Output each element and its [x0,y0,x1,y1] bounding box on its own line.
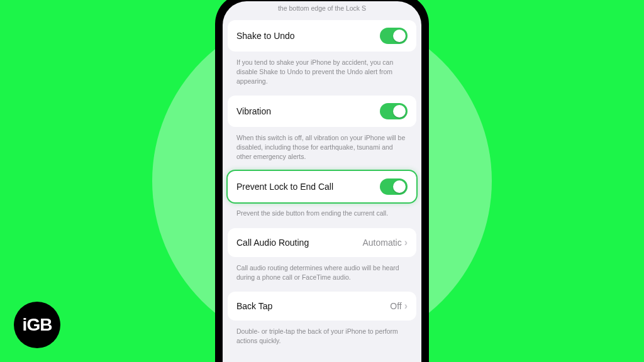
row-label: Call Audio Routing [236,238,309,248]
igb-logo: iGB [14,302,60,348]
settings-list: the bottom edge of the Lock S Shake to U… [228,4,416,352]
iphone-screen: the bottom edge of the Lock S Shake to U… [223,1,421,362]
row-caption: When this switch is off, all vibration o… [228,131,416,167]
row-shake-to-undo[interactable]: Shake to Undo [228,20,416,52]
value-text: Automatic [362,238,401,248]
chevron-right-icon: › [404,238,408,248]
row-caption: Double- or triple-tap the back of your i… [228,324,416,351]
row-value: Automatic › [362,238,408,248]
truncated-prev-caption: the bottom edge of the Lock S [228,4,416,16]
row-caption: If you tend to shake your iPhone by acci… [228,55,416,92]
row-vibration[interactable]: Vibration [228,96,416,127]
row-call-audio-routing[interactable]: Call Audio Routing Automatic › [228,228,416,257]
toggle-switch[interactable] [380,103,408,119]
row-label: Back Tap [236,301,272,311]
row-caption: Prevent the side button from ending the … [228,206,416,224]
chevron-right-icon: › [404,301,408,311]
toggle-switch[interactable] [380,178,408,195]
row-label: Prevent Lock to End Call [236,182,333,192]
row-value: Off › [390,301,408,311]
value-text: Off [390,301,401,311]
row-label: Vibration [236,106,271,116]
row-caption: Call audio routing determines where audi… [228,261,416,288]
toggle-switch[interactable] [380,28,408,44]
row-prevent-lock-to-end-call[interactable]: Prevent Lock to End Call [228,171,416,202]
iphone-frame: the bottom edge of the Lock S Shake to U… [215,0,429,362]
canvas: the bottom edge of the Lock S Shake to U… [0,0,644,362]
row-back-tap[interactable]: Back Tap Off › [228,292,416,321]
row-label: Shake to Undo [236,31,295,41]
